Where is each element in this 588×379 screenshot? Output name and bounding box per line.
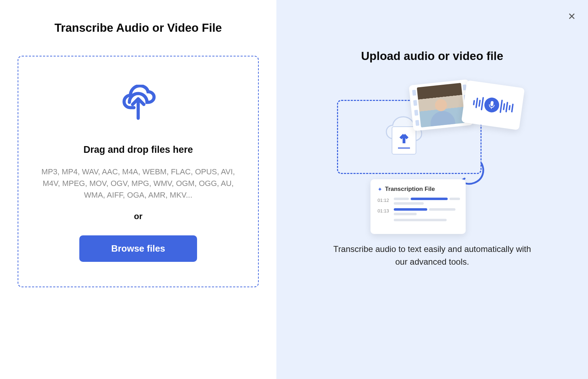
close-icon	[568, 12, 576, 20]
or-separator: or	[134, 211, 142, 221]
modal-container: Transcribe Audio or Video File Drag and …	[0, 0, 588, 379]
transcript-timestamp: 01:13	[378, 208, 390, 213]
supported-formats: MP3, MP4, WAV, AAC, M4A, WEBM, FLAC, OPU…	[36, 166, 240, 201]
cloud-upload-icon	[117, 85, 159, 125]
right-panel: Upload audio or video file	[276, 0, 588, 379]
illustration-upload-box-icon	[392, 126, 416, 155]
upload-illustration: ✦ Transcription File 01:12 0	[337, 80, 527, 232]
left-panel: Transcribe Audio or Video File Drag and …	[0, 0, 276, 379]
sparkle-icon: ✦	[378, 186, 382, 193]
dropzone-heading: Drag and drop files here	[84, 144, 193, 155]
video-thumbnail	[417, 83, 465, 128]
file-dropzone[interactable]: Drag and drop files here MP3, MP4, WAV, …	[18, 56, 259, 287]
transcript-timestamp: 01:12	[378, 198, 390, 203]
svg-rect-2	[490, 101, 494, 106]
browse-files-button[interactable]: Browse files	[79, 235, 197, 262]
microphone-icon	[483, 97, 500, 113]
transcript-card-title: Transcription File	[385, 186, 435, 193]
svg-line-3	[491, 107, 491, 109]
illustration-transcript-card: ✦ Transcription File 01:12 0	[370, 179, 466, 234]
page-title: Transcribe Audio or Video File	[55, 21, 222, 35]
right-description: Transcribe audio to text easily and auto…	[330, 243, 534, 268]
close-button[interactable]	[566, 11, 577, 22]
illustration-audio-card	[461, 80, 525, 130]
right-title: Upload audio or video file	[361, 49, 503, 63]
